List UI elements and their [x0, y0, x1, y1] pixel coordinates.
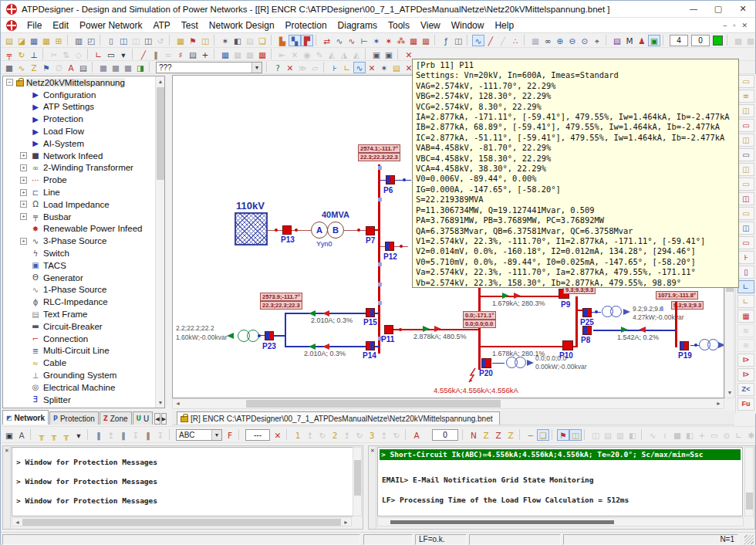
value-field[interactable]: ---: [245, 429, 270, 441]
tools-icon[interactable]: ✶: [219, 35, 231, 46]
scrollbar-thumb[interactable]: [246, 400, 501, 408]
gear-g-icon[interactable]: ✱: [745, 429, 755, 441]
busbar-b-icon[interactable]: ╥: [48, 429, 60, 441]
grid-page-icon[interactable]: ▦: [529, 35, 542, 46]
pillar-3-icon[interactable]: ∥: [142, 429, 154, 441]
line-p8[interactable]: [593, 330, 677, 331]
tree-item-1-phase-source[interactable]: ∿1-Phase Source: [3, 284, 164, 296]
fill-a-icon[interactable]: ■: [97, 62, 110, 73]
undo-icon[interactable]: ↺: [154, 35, 167, 46]
select-arrow-icon[interactable]: ⌖: [591, 35, 603, 46]
tab-scroll-left-icon[interactable]: ◀: [154, 413, 160, 425]
relay-3-cycle-icon[interactable]: ↻: [390, 429, 403, 441]
flag-icon[interactable]: ⚑: [187, 35, 199, 46]
pillar-2-icon[interactable]: ∥: [117, 429, 130, 441]
probe-add-icon[interactable]: ▭: [737, 119, 754, 132]
tree-item-splitter[interactable]: ƎSplitter: [3, 394, 164, 406]
tab-network[interactable]: ◩Network: [2, 410, 49, 425]
stamp2-icon[interactable]: ▩: [744, 35, 755, 46]
phase-combo[interactable]: ABC▾: [176, 429, 222, 441]
menu-view[interactable]: View: [415, 19, 446, 32]
menu-network-design[interactable]: Network Design: [204, 19, 280, 32]
fence-icon[interactable]: ♯: [174, 49, 187, 60]
comment-icon[interactable]: ❏: [256, 35, 268, 46]
probe-power-icon[interactable]: ◫: [737, 104, 754, 117]
menu-file[interactable]: File: [22, 19, 47, 32]
star-blue-icon[interactable]: ✶: [370, 35, 383, 46]
minimize-button[interactable]: —: [681, 1, 706, 17]
parallel-icon[interactable]: ∥: [150, 49, 162, 60]
menu-power-network[interactable]: Power Network: [74, 19, 147, 32]
chart-edit-icon[interactable]: ▛: [301, 35, 313, 46]
grid-clr-icon[interactable]: ▦: [256, 49, 268, 60]
tree-item-2-winding-transformer[interactable]: +∞2-Winding Transformer: [3, 162, 164, 174]
print-icon[interactable]: ▥: [73, 35, 85, 46]
rotate-icon[interactable]: ↻: [15, 49, 28, 60]
probe-red-icon[interactable]: ▭: [737, 236, 754, 249]
square-g-icon[interactable]: ■: [671, 429, 683, 441]
glasses-icon[interactable]: ∞: [542, 35, 554, 46]
plus-g-icon[interactable]: +: [696, 429, 708, 441]
zoom-g-icon[interactable]: ⊙: [721, 429, 733, 441]
relay-fuse-icon[interactable]: Fu: [737, 398, 754, 411]
probe-p11[interactable]: [384, 325, 393, 334]
move-icon[interactable]: +: [199, 49, 211, 60]
close-button[interactable]: ✕: [731, 1, 755, 17]
menu-atp[interactable]: ATP: [147, 19, 175, 32]
copy-format-icon[interactable]: ◫: [452, 35, 464, 46]
busbar-icon[interactable]: ╤: [3, 49, 15, 60]
highlighted-message[interactable]: > Short-Circuit Ik(ABC)=4.556kA;4.556kA;…: [380, 449, 741, 460]
relay-2-cycle-icon[interactable]: ↻: [353, 429, 366, 441]
tab-u[interactable]: UU: [133, 411, 154, 425]
scroll-left-icon[interactable]: ◄: [12, 518, 22, 527]
layers-icon[interactable]: ▤: [244, 35, 256, 46]
tree-item-renewable-power-infeed[interactable]: ✸Renewable Power Infeed: [3, 223, 164, 235]
menu-diagrams[interactable]: Diagrams: [332, 19, 383, 32]
led-icon[interactable]: ▣: [648, 35, 660, 46]
grid-opb-icon[interactable]: ▦: [219, 49, 231, 60]
probe-gray-icon[interactable]: ▭: [737, 148, 754, 161]
tree-item-grounding-system[interactable]: ⊥Grounding System: [3, 369, 164, 381]
z-order-icon[interactable]: Z: [28, 62, 40, 73]
arrow-down-2-icon[interactable]: ↧: [154, 429, 167, 441]
swap-icon[interactable]: ⇄: [321, 35, 333, 46]
grid-red2-icon[interactable]: ▦: [420, 35, 432, 46]
document-tab[interactable]: [R] ENCR C:\ATPDesigner\00_7_1_ATPDesMan…: [177, 411, 500, 425]
new-icon[interactable]: ▤: [3, 35, 15, 46]
tree-item-busbar[interactable]: +╤Busbar: [3, 211, 164, 223]
tree-item-load-impedance[interactable]: +ΩLoad Impedance: [3, 198, 164, 211]
relay-3-up-icon[interactable]: ↥: [378, 429, 390, 441]
pen-red-icon[interactable]: ╱: [484, 35, 497, 46]
copy-a-icon[interactable]: ▣: [370, 49, 383, 60]
console-vscrollbar[interactable]: [353, 447, 362, 516]
expander-icon[interactable]: +: [20, 213, 27, 220]
bubble-icon[interactable]: ❏: [537, 429, 549, 441]
window-active-icon[interactable]: ◫: [569, 429, 582, 441]
chart-active-icon[interactable]: ∿: [353, 62, 366, 73]
phase-f-icon[interactable]: F: [224, 429, 236, 441]
breaker-p20[interactable]: [481, 358, 491, 368]
chart-orange-icon[interactable]: ▙: [276, 35, 289, 46]
grid-cl-icon[interactable]: ▦: [244, 49, 256, 60]
line-p15[interactable]: [285, 313, 379, 314]
pane-grip[interactable]: ✕: [369, 446, 376, 529]
tree-item-line[interactable]: +⊏Line: [3, 186, 164, 198]
font-a-icon[interactable]: A: [410, 429, 423, 441]
relay-3-icon[interactable]: 3: [366, 429, 378, 441]
relay-overcurrent-2-icon[interactable]: I>: [737, 368, 754, 381]
zone-a-icon[interactable]: Z: [480, 429, 492, 441]
run-check-icon[interactable]: ?: [272, 62, 284, 73]
tab-protection[interactable]: PProtection: [49, 411, 99, 425]
tree-item-atp-settings[interactable]: ▶ATP Settings: [3, 101, 164, 113]
lock-gray-icon[interactable]: ◉: [301, 49, 313, 60]
arrow-up-1-icon[interactable]: ↥: [105, 429, 117, 441]
draw-line-icon[interactable]: ╱: [137, 49, 150, 60]
relay-1-cycle-icon[interactable]: ↻: [316, 429, 329, 441]
copy-icon[interactable]: ◫: [117, 35, 130, 46]
tree-item-multi-circuit-line[interactable]: ≣Multi-Circuit Line: [3, 345, 164, 357]
fill-c-icon[interactable]: ■: [122, 62, 134, 73]
tag-g-icon[interactable]: ◧: [626, 429, 639, 441]
canvas-hscrollbar[interactable]: ◄ ►: [172, 398, 724, 409]
probe-del-icon[interactable]: ◫: [737, 192, 754, 205]
grid-size-field[interactable]: 0: [691, 35, 710, 46]
